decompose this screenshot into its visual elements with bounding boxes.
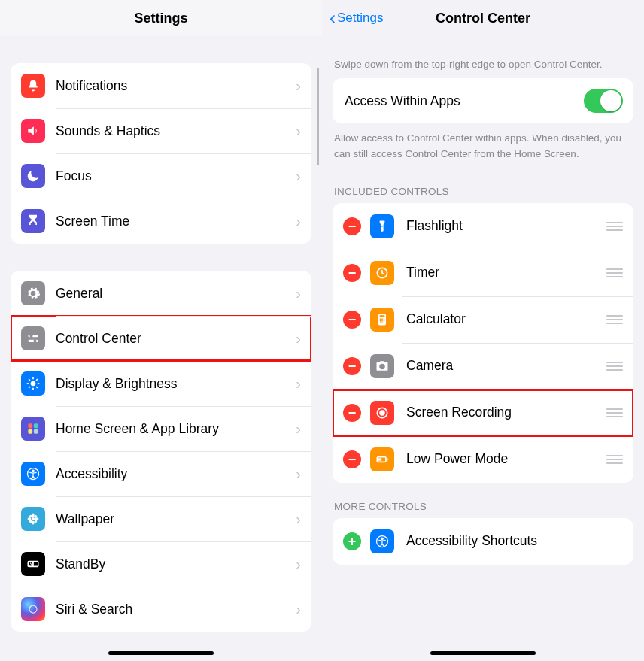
flower-icon [21, 507, 45, 531]
svg-point-21 [32, 521, 34, 525]
camera-icon [370, 354, 394, 378]
svg-rect-1 [28, 340, 38, 342]
person-icon [21, 462, 45, 486]
row-label: Screen Time [45, 214, 296, 229]
chevron-right-icon: › [296, 375, 301, 393]
svg-point-2 [29, 335, 32, 338]
svg-point-41 [380, 322, 381, 323]
control-row-screen-recording[interactable]: − Screen Recording [333, 390, 633, 436]
settings-row-wallpaper[interactable]: Wallpaper › [11, 496, 311, 541]
settings-row-sounds[interactable]: Sounds & Haptics › [11, 108, 311, 153]
settings-content: Notifications › Sounds & Haptics › Focus… [0, 36, 322, 661]
settings-row-screentime[interactable]: Screen Time › [11, 199, 311, 244]
svg-rect-13 [28, 423, 32, 428]
drag-handle-icon[interactable] [606, 268, 623, 277]
speaker-icon [21, 119, 45, 143]
control-row-flashlight[interactable]: − Flashlight [333, 203, 633, 250]
svg-point-40 [384, 320, 385, 322]
page-title: Control Center [436, 11, 530, 26]
chevron-right-icon: › [296, 465, 301, 483]
row-label: General [45, 286, 296, 302]
row-label: Low Power Mode [394, 451, 606, 467]
remove-button[interactable]: − [343, 450, 361, 468]
row-label: Screen Recording [394, 405, 606, 420]
remove-button[interactable]: − [343, 357, 361, 375]
chevron-right-icon: › [296, 420, 301, 438]
remove-button[interactable]: − [343, 264, 361, 282]
chevron-right-icon: › [296, 123, 301, 140]
grid-icon [21, 417, 45, 441]
settings-row-siri[interactable]: Siri & Search › [11, 587, 311, 632]
settings-row-homescreen[interactable]: Home Screen & App Library › [11, 406, 311, 451]
included-header: INCLUDED CONTROLS [322, 168, 644, 203]
back-button[interactable]: ‹ Settings [330, 9, 383, 27]
svg-point-31 [29, 605, 37, 613]
access-within-apps-row[interactable]: Access Within Apps [333, 78, 633, 123]
row-label: Flashlight [394, 218, 606, 234]
control-row-accessibility-shortcuts[interactable]: + Accessibility Shortcuts [333, 518, 633, 565]
home-indicator[interactable] [108, 651, 214, 655]
remove-button[interactable]: − [343, 404, 361, 422]
row-label: Home Screen & App Library [45, 421, 296, 437]
remove-button[interactable]: − [343, 217, 361, 235]
drag-handle-icon[interactable] [606, 315, 623, 324]
chevron-right-icon: › [296, 285, 301, 302]
svg-rect-49 [378, 458, 381, 460]
control-row-calculator[interactable]: − Calculator [333, 296, 633, 343]
row-label: Display & Brightness [45, 376, 296, 392]
flashlight-icon [370, 214, 394, 238]
row-label: Access Within Apps [343, 93, 584, 109]
svg-point-39 [381, 320, 383, 322]
row-label: StandBy [45, 556, 296, 572]
chevron-left-icon: ‹ [330, 9, 336, 27]
svg-rect-16 [34, 429, 38, 434]
row-label: Wallpaper [45, 511, 296, 527]
svg-point-37 [384, 318, 385, 320]
drag-handle-icon[interactable] [606, 222, 623, 231]
svg-point-51 [381, 538, 384, 540]
row-label: Accessibility Shortcuts [394, 533, 623, 549]
svg-rect-14 [34, 423, 38, 428]
settings-row-notifications[interactable]: Notifications › [11, 63, 311, 108]
scrollbar[interactable] [317, 68, 319, 165]
control-row-low-power[interactable]: − Low Power Mode [333, 436, 633, 483]
access-toggle[interactable] [584, 89, 623, 113]
svg-point-23 [35, 517, 39, 520]
row-label: Control Center [45, 331, 296, 347]
settings-row-general[interactable]: General › [11, 271, 311, 316]
svg-rect-34 [380, 315, 385, 317]
control-row-timer[interactable]: − Timer [333, 250, 633, 296]
control-center-header: ‹ Settings Control Center [322, 0, 644, 36]
access-section: Access Within Apps [333, 78, 633, 123]
settings-row-control-center[interactable]: Control Center › [11, 316, 311, 361]
sun-icon [21, 371, 45, 396]
settings-row-accessibility[interactable]: Accessibility › [11, 451, 311, 496]
add-button[interactable]: + [343, 532, 361, 550]
control-row-camera[interactable]: − Camera [333, 343, 633, 390]
svg-point-35 [380, 318, 381, 320]
drag-handle-icon[interactable] [606, 455, 623, 464]
page-title: Settings [134, 11, 187, 26]
drag-handle-icon[interactable] [606, 362, 623, 371]
home-indicator[interactable] [430, 651, 536, 655]
chevron-right-icon: › [296, 601, 301, 618]
battery-icon [370, 447, 394, 471]
chevron-right-icon: › [296, 77, 301, 95]
more-header: MORE CONTROLS [322, 483, 644, 518]
drag-handle-icon[interactable] [606, 408, 623, 417]
remove-button[interactable]: − [343, 311, 361, 329]
sliders-icon [21, 326, 45, 350]
more-controls-list: + Accessibility Shortcuts [333, 518, 633, 565]
row-label: Notifications [45, 78, 296, 94]
settings-header: Settings [0, 0, 322, 36]
svg-line-9 [29, 379, 30, 381]
row-label: Siri & Search [45, 602, 296, 617]
svg-rect-0 [28, 335, 38, 337]
settings-group-1: General › Control Center › Display & Bri… [11, 271, 311, 632]
settings-row-standby[interactable]: StandBy › [11, 541, 311, 587]
settings-row-focus[interactable]: Focus › [11, 153, 311, 199]
row-label: Sounds & Haptics [45, 123, 296, 139]
row-label: Calculator [394, 311, 606, 327]
row-label: Accessibility [45, 466, 296, 482]
settings-row-display[interactable]: Display & Brightness › [11, 361, 311, 406]
